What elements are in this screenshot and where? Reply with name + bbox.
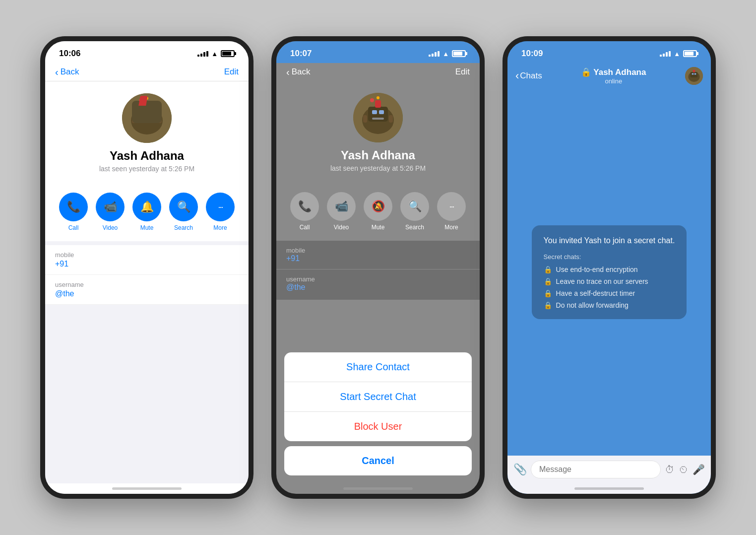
search-label-2: Search [405, 224, 424, 231]
search-button-2[interactable]: 🔍 Search [400, 192, 429, 231]
status-icons-1: ▲ [197, 50, 235, 58]
chats-back-button[interactable]: ‹ Chats [515, 69, 542, 82]
contact-status-3: online [605, 77, 623, 85]
secret-item-1: 🔒 Use end-to-end encryption [544, 266, 675, 273]
more-label-2: More [444, 224, 458, 231]
video-icon-2: 📹 [335, 200, 348, 213]
call-icon-1: 📞 [67, 201, 80, 213]
more-icon-1: ··· [218, 202, 222, 212]
username-value-2[interactable]: @the [286, 283, 470, 292]
status-time-3: 10:09 [521, 49, 543, 59]
more-button-2[interactable]: ··· More [437, 192, 466, 231]
call-label-1: Call [68, 224, 79, 231]
svg-point-18 [370, 98, 374, 102]
signal-icon-3 [660, 51, 671, 57]
mute-label-2: Mute [372, 224, 385, 231]
video-button-1[interactable]: 📹 Video [96, 193, 125, 231]
wifi-icon-1: ▲ [211, 50, 218, 58]
call-label-2: Call [300, 224, 310, 231]
search-button-1[interactable]: 🔍 Search [169, 193, 198, 231]
lock-icon-item-4: 🔒 [544, 301, 552, 309]
search-label-1: Search [174, 224, 193, 231]
mute-label-1: Mute [140, 224, 154, 231]
battery-icon-1 [221, 50, 235, 57]
svg-rect-20 [363, 115, 367, 123]
phone-screen-3: 10:09 ▲ ‹ Chats [503, 36, 716, 499]
call-button-1[interactable]: 📞 Call [59, 193, 88, 231]
mobile-row-1: mobile +91 [45, 245, 249, 275]
home-bar-3 [574, 487, 644, 490]
share-contact-button[interactable]: Share Contact [284, 352, 472, 382]
svg-rect-5 [141, 118, 153, 120]
mobile-value-2[interactable]: +91 [286, 254, 470, 263]
svg-rect-10 [158, 116, 162, 123]
mute-button-1[interactable]: 🔔 Mute [132, 193, 161, 231]
svg-rect-16 [372, 118, 384, 120]
secret-chat-bubble: You invited Yash to join a secret chat. … [532, 225, 687, 319]
username-value-1[interactable]: @the [55, 289, 239, 298]
status-bar-1: 10:06 ▲ [45, 41, 249, 63]
status-icons-2: ▲ [429, 50, 466, 58]
profile-status-2: last seen yesterday at 5:26 PM [330, 164, 426, 172]
attach-icon-3[interactable]: 📎 [513, 463, 527, 476]
contact-info-3: 🔒 Yash Adhana online [546, 67, 681, 85]
svg-rect-4 [148, 111, 153, 115]
timer2-icon-3[interactable]: ⏲ [679, 464, 689, 475]
nav-bar-1: ‹ Back Edit [45, 63, 249, 81]
action-sheet-backdrop-2: Share Contact Start Secret Chat Block Us… [276, 300, 480, 483]
profile-name-2: Yash Adhana [341, 148, 415, 162]
timer-icon-3[interactable]: ⏱ [665, 464, 675, 475]
call-icon-2: 📞 [298, 200, 312, 213]
block-user-button[interactable]: Block User [284, 412, 472, 441]
svg-rect-24 [691, 72, 697, 77]
wifi-icon-3: ▲ [674, 50, 680, 58]
screens-container: 10:06 ▲ ‹ Back Edit [0, 0, 756, 535]
edit-button-1[interactable]: Edit [224, 67, 239, 77]
svg-rect-2 [137, 107, 157, 122]
chevron-left-icon-3: ‹ [515, 69, 519, 82]
info-section-1: mobile +91 username @the [45, 245, 249, 305]
edit-button-2[interactable]: Edit [455, 67, 470, 77]
contact-name-3: 🔒 Yash Adhana [581, 67, 646, 77]
action-buttons-2: 📞 Call 📹 Video 🔕 Mute 🔍 Searc [276, 182, 480, 241]
svg-rect-6 [144, 101, 150, 108]
phone-screen-2: 10:07 ▲ ‹ Back Edit [271, 36, 485, 499]
secret-item-3: 🔒 Have a self-destruct timer [544, 289, 675, 297]
status-bar-3: 10:09 ▲ [507, 41, 711, 63]
secret-chat-subtitle: Secret chats: [544, 253, 675, 261]
video-button-2[interactable]: 📹 Video [327, 192, 356, 231]
svg-point-8 [145, 97, 148, 100]
call-button-2[interactable]: 📞 Call [290, 192, 319, 231]
home-bar-2 [343, 487, 413, 490]
back-button-2[interactable]: ‹ Back [286, 67, 310, 77]
phone-screen-1: 10:06 ▲ ‹ Back Edit [40, 36, 253, 499]
mute-button-2[interactable]: 🔕 Mute [364, 192, 392, 231]
mobile-value-1[interactable]: +91 [55, 260, 239, 268]
home-indicator-1 [45, 483, 249, 494]
action-sheet-2: Share Contact Start Secret Chat Block Us… [276, 352, 480, 483]
message-input-3[interactable] [531, 461, 661, 478]
search-icon-1: 🔍 [177, 201, 190, 213]
mic-icon-3[interactable]: 🎤 [693, 464, 705, 475]
svg-point-7 [139, 99, 143, 103]
username-row-1: username @the [45, 275, 249, 305]
cancel-button[interactable]: Cancel [284, 446, 472, 475]
signal-icon-2 [429, 51, 440, 57]
start-secret-chat-button[interactable]: Start Secret Chat [284, 382, 472, 412]
username-label-2: username [286, 275, 470, 283]
svg-point-0 [122, 93, 172, 143]
avatar-3[interactable] [685, 67, 703, 85]
username-row-2: username @the [276, 269, 480, 298]
chevron-left-icon-2: ‹ [286, 67, 290, 77]
wifi-icon-2: ▲ [442, 50, 449, 58]
svg-rect-26 [694, 73, 696, 75]
back-label-1: Back [61, 67, 79, 77]
svg-point-19 [377, 96, 379, 99]
svg-rect-27 [693, 69, 695, 72]
more-label-1: More [213, 224, 227, 231]
more-button-1[interactable]: ··· More [206, 193, 235, 231]
home-bar-1 [112, 487, 182, 490]
back-button-1[interactable]: ‹ Back [55, 67, 79, 77]
svg-rect-9 [132, 116, 136, 123]
lock-icon-item-2: 🔒 [544, 277, 552, 285]
